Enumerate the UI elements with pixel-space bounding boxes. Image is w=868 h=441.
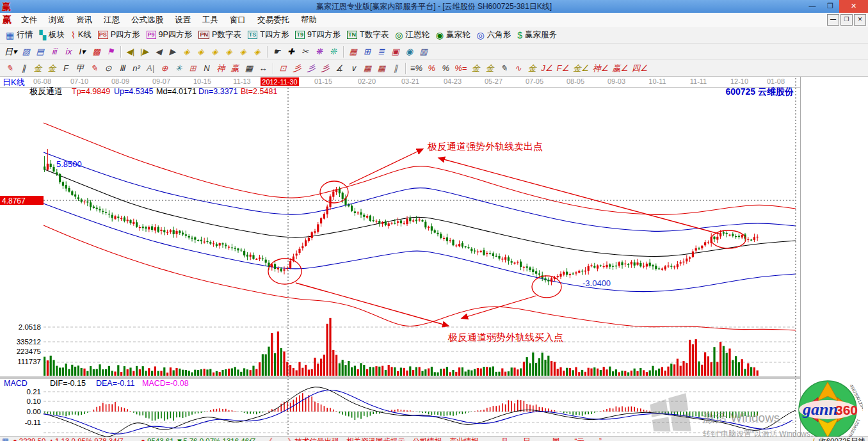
tool-icon-crosshair-tool[interactable]: ✚: [284, 45, 298, 58]
tool-icon-purple-pattern[interactable]: ❋: [312, 45, 326, 58]
tool-icon-parallel-lines[interactable]: ∥: [389, 62, 403, 75]
tool-icon-notepad[interactable]: ≣: [374, 45, 389, 58]
close-button[interactable]: ✕: [839, 0, 868, 13]
toolbar-button-hexagon[interactable]: ◎六角形: [474, 29, 515, 41]
tool-icon-calculator[interactable]: ⊞: [360, 45, 374, 58]
tool-icon-gold-angle[interactable]: 金∠: [571, 62, 591, 75]
tool-icon-gann-fan-3[interactable]: 彡: [318, 62, 332, 75]
tool-icon-percent-bars[interactable]: ≡%: [408, 62, 424, 75]
toolbar-button-sectors[interactable]: ▚板块: [36, 29, 68, 41]
tool-icon-color-flag[interactable]: ⚑: [104, 45, 118, 58]
tool-icon-si-angle[interactable]: 四∠: [630, 62, 650, 75]
menu-item-浏览[interactable]: 浏览: [43, 15, 70, 24]
tool-icon-ying-grid[interactable]: 赢: [228, 62, 242, 75]
menu-item-设置[interactable]: 设置: [169, 15, 197, 24]
menu-item-工具[interactable]: 工具: [197, 15, 224, 24]
toolbar-button-kline[interactable]: ⌇K线: [68, 29, 95, 41]
tool-icon-period-dropdown[interactable]: 日▾: [3, 45, 19, 58]
minimize-button[interactable]: —: [803, 0, 821, 13]
mdi-minimize-button[interactable]: —: [827, 14, 839, 26]
menu-item-文件[interactable]: 文件: [15, 15, 43, 24]
menu-item-窗口[interactable]: 窗口: [224, 15, 252, 24]
news-ticker[interactable]: 《……》技术信号出现，相关资讯同步提示 公司情报 产业情报 ……月……日…… 同…: [266, 437, 616, 441]
tool-icon-circle-cross[interactable]: ⊕: [157, 62, 172, 75]
tool-icon-zoom-in-all[interactable]: ◈: [222, 45, 236, 58]
tool-icon-note-list[interactable]: ▤: [33, 45, 47, 58]
tool-icon-bars-3[interactable]: ⅲ: [47, 45, 61, 58]
tool-icon-save[interactable]: ▣: [389, 45, 403, 58]
tool-icon-ying-angle[interactable]: 赢∠: [610, 62, 630, 75]
toolbar-button-winner-service[interactable]: $赢家服务: [514, 29, 560, 41]
tool-icon-gann-box-gold2[interactable]: 金: [45, 62, 59, 75]
tool-icon-price-box[interactable]: 甲: [73, 62, 87, 75]
tool-icon-calendar[interactable]: ▦: [346, 45, 360, 58]
toolbar-button-p-number-table[interactable]: PNP数字表: [195, 29, 244, 41]
tool-icon-prev-page[interactable]: ◀: [152, 45, 166, 58]
tool-icon-text-note[interactable]: A|: [143, 62, 157, 75]
tool-icon-gold-under[interactable]: 金: [525, 62, 539, 75]
toolbar-button-gann-wheel[interactable]: ◎江恩轮: [392, 29, 433, 41]
tool-icon-grid-red[interactable]: ▦: [360, 62, 374, 75]
tool-icon-rect-select[interactable]: ⊡: [276, 62, 290, 75]
tool-icon-zoom-out-v[interactable]: ◈: [236, 45, 250, 58]
tool-icon-draw-pen-2[interactable]: ✎: [87, 62, 101, 75]
tool-icon-percent-line[interactable]: %=: [453, 62, 469, 75]
tool-icon-draw-pen[interactable]: ✎: [3, 62, 17, 75]
toolbar-button-t-square[interactable]: TST四方形: [245, 29, 293, 41]
maximize-button[interactable]: ❐: [821, 0, 839, 13]
tool-icon-zoom-in-h[interactable]: ◈: [194, 45, 208, 58]
tool-icon-vline-ruler[interactable]: ∥: [17, 62, 31, 75]
toolbar-button-9t-square[interactable]: T99T四方形: [292, 29, 344, 41]
tool-icon-cycle-circle[interactable]: ⊙: [101, 62, 115, 75]
tool-icon-gold-line[interactable]: 金: [483, 62, 497, 75]
tool-icon-next-page[interactable]: ▶: [166, 45, 180, 58]
toolbar-button-t-number-table[interactable]: TNT数字表: [344, 29, 392, 41]
tool-icon-number-grid[interactable]: ▦: [242, 62, 256, 75]
tool-icon-fibonacci-box[interactable]: F: [59, 62, 73, 75]
toolbar-button-winner-wheel[interactable]: ◉赢家轮: [433, 29, 474, 41]
tool-icon-zoom-window[interactable]: ▧: [19, 45, 33, 58]
tool-icon-j-angle[interactable]: J∠: [539, 62, 554, 75]
tool-icon-spiral-square[interactable]: ⊞: [186, 62, 200, 75]
tool-icon-candle-style-dropdown[interactable]: I▾: [76, 45, 90, 58]
menu-item-交易委托[interactable]: 交易委托: [252, 15, 295, 24]
tool-icon-gann-box-gold[interactable]: 金: [31, 62, 45, 75]
toolbar-button-p-square[interactable]: PSP四方形: [95, 29, 143, 41]
menu-item-帮助[interactable]: 帮助: [295, 15, 323, 24]
tool-icon-mark-pen[interactable]: ✎: [497, 62, 511, 75]
tool-icon-gann-fan[interactable]: 彡: [290, 62, 304, 75]
menu-item-资讯[interactable]: 资讯: [70, 15, 98, 24]
tool-icon-web-grid[interactable]: ✳: [172, 62, 186, 75]
tool-icon-line-ruler[interactable]: Ⅲ: [115, 62, 129, 75]
tool-icon-percent[interactable]: %: [438, 62, 453, 75]
tool-icon-web-save[interactable]: ◉: [403, 45, 417, 58]
tool-icon-zoom-out-all[interactable]: ◈: [208, 45, 222, 58]
menu-item-公式选股[interactable]: 公式选股: [125, 15, 169, 24]
tool-icon-last-page[interactable]: |▶: [138, 45, 152, 58]
tool-icon-wave-line[interactable]: ∿: [511, 62, 525, 75]
tool-icon-shen-grid[interactable]: 神: [214, 62, 228, 75]
tool-icon-grid-red-2[interactable]: ▦: [374, 62, 389, 75]
tool-icon-cut-tool[interactable]: ✂: [298, 45, 312, 58]
tool-icon-first-page[interactable]: ◀|: [124, 45, 138, 58]
tool-icon-gold-circle[interactable]: 金: [469, 62, 483, 75]
tool-icon-pattern-red[interactable]: ▩: [90, 45, 104, 58]
tool-icon-n-square[interactable]: n²: [129, 62, 143, 75]
tool-icon-bars-9[interactable]: ⅸ: [61, 45, 76, 58]
tool-icon-gann-fan-2[interactable]: 彡: [304, 62, 318, 75]
tool-icon-green-pattern[interactable]: ❊: [326, 45, 341, 58]
toolbar-button-9p-square[interactable]: P99P四方形: [143, 29, 196, 41]
menu-item-江恩[interactable]: 江恩: [98, 15, 125, 24]
tool-icon-wave-mark[interactable]: Ν: [200, 62, 214, 75]
tool-icon-zoom-out-h[interactable]: ◈: [180, 45, 194, 58]
tool-icon-check-line[interactable]: ∨: [346, 62, 360, 75]
tool-icon-zoom-in-v[interactable]: ◈: [250, 45, 264, 58]
mdi-close-button[interactable]: ✕: [854, 14, 866, 26]
tool-icon-hand-tool[interactable]: ☛: [270, 45, 284, 58]
status-bar[interactable]: ▦ ● 2229.50 ▲1.13 0.95% 978.34亿 ● 9543.6…: [0, 437, 868, 441]
mdi-restore-button[interactable]: ❐: [840, 14, 853, 26]
tool-icon-percent-red[interactable]: %: [424, 62, 438, 75]
tool-icon-f-angle[interactable]: F∠: [554, 62, 571, 75]
status-quotes-icon[interactable]: ▦: [2, 437, 9, 441]
tool-icon-pc-export[interactable]: ▥: [417, 45, 431, 58]
